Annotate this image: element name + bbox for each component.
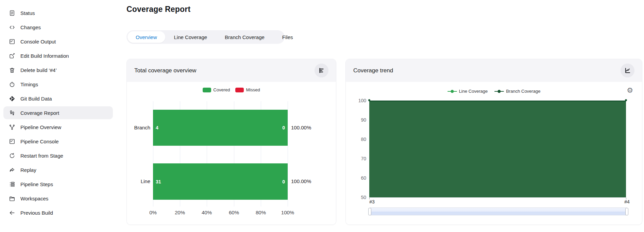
document-icon xyxy=(8,9,16,17)
x-tick-label: #4 xyxy=(620,199,634,204)
terminal-icon xyxy=(8,138,16,145)
total-coverage-chart: Covered Missed Branch 4 0 100.00% xyxy=(127,82,336,225)
tab-overview[interactable]: Overview xyxy=(128,31,165,43)
datazoom-right-handle[interactable] xyxy=(625,208,628,215)
total-coverage-card-header: Total coverage overview xyxy=(127,59,336,82)
git-icon xyxy=(8,95,16,102)
legend-label: Missed xyxy=(246,87,260,92)
branch-coverage-marker xyxy=(494,90,504,93)
x-tick-label: 60% xyxy=(224,210,244,215)
sidebar-item-label: Pipeline Overview xyxy=(20,124,61,130)
line-coverage-marker xyxy=(447,90,457,93)
sidebar-item-label: Replay xyxy=(20,167,36,173)
legend-label: Line Coverage xyxy=(459,89,488,94)
sidebar-item-edit-build-information[interactable]: Edit Build Information xyxy=(0,49,119,63)
x-tick-label: 40% xyxy=(197,210,217,215)
sidebar-item-git-build-data[interactable]: Git Build Data xyxy=(0,91,119,106)
sidebar-item-delete-build[interactable]: Delete build ‘#4’ xyxy=(0,63,119,77)
page-title: Coverage Report xyxy=(126,5,190,14)
coverage-trend-card-header: Coverage trend xyxy=(346,59,642,82)
x-tick-label: 100% xyxy=(277,210,298,215)
bar-chart-icon xyxy=(318,67,325,74)
sidebar-item-pipeline-steps[interactable]: Pipeline Steps xyxy=(0,177,119,191)
tab-branch-coverage[interactable]: Branch Coverage xyxy=(216,31,273,43)
code-icon xyxy=(8,23,16,31)
card-title: Total coverage overview xyxy=(134,67,196,74)
legend-item-missed[interactable]: Missed xyxy=(235,87,260,92)
footsteps-icon xyxy=(8,109,16,117)
sidebar-item-previous-build[interactable]: Previous Build xyxy=(0,206,119,220)
replay-icon xyxy=(8,166,16,174)
sidebar-item-console-output[interactable]: Console Output xyxy=(0,34,119,49)
tab-bar: Overview Line Coverage Branch Coverage F… xyxy=(126,30,285,44)
coverage-area-series xyxy=(369,101,626,197)
edit-icon xyxy=(8,52,16,59)
y-tick-label: 80 xyxy=(349,137,366,142)
line-covered-value: 31 xyxy=(156,179,161,184)
sidebar-item-label: Changes xyxy=(20,24,41,30)
legend-item-line-coverage[interactable]: Line Coverage xyxy=(447,89,488,94)
gear-icon[interactable]: ⚙ xyxy=(627,87,633,94)
y-tick-label: 60 xyxy=(349,175,366,181)
terminal-icon xyxy=(8,38,16,45)
folder-icon xyxy=(8,195,16,202)
branch-percent-label: 100.00% xyxy=(291,125,311,130)
missed-swatch xyxy=(235,88,244,92)
y-tick-label: 50 xyxy=(349,195,366,200)
tab-line-coverage[interactable]: Line Coverage xyxy=(165,31,216,43)
sidebar-item-timings[interactable]: Timings xyxy=(0,77,119,91)
branch-covered-bar: 4 0 xyxy=(153,110,288,146)
legend-label: Branch Coverage xyxy=(506,89,540,94)
line-chart-button[interactable] xyxy=(621,64,634,77)
sidebar-item-pipeline-overview[interactable]: Pipeline Overview xyxy=(0,120,119,134)
tab-files[interactable]: Files xyxy=(273,31,302,43)
x-tick-label: 0% xyxy=(143,210,163,215)
sidebar-item-changes[interactable]: Changes xyxy=(0,20,119,34)
data-point xyxy=(625,99,627,101)
sidebar-item-label: Coverage Report xyxy=(20,110,59,116)
y-tick-label: 70 xyxy=(349,156,366,161)
arrow-left-icon xyxy=(8,209,16,216)
branch-covered-value: 4 xyxy=(156,125,158,130)
datazoom-left-handle[interactable] xyxy=(368,208,371,215)
restart-icon xyxy=(8,152,16,159)
sidebar-item-pipeline-console[interactable]: Pipeline Console xyxy=(0,134,119,148)
datazoom-slider[interactable] xyxy=(370,208,627,215)
sidebar-item-label: Status xyxy=(20,10,35,16)
legend-item-branch-coverage[interactable]: Branch Coverage xyxy=(494,89,540,94)
x-tick-label: #3 xyxy=(365,199,379,204)
bar-chart-button[interactable] xyxy=(315,64,328,77)
sidebar-item-label: Pipeline Console xyxy=(20,139,59,144)
sidebar-item-label: Timings xyxy=(20,82,38,87)
sidebar-item-coverage-report[interactable]: Coverage Report xyxy=(0,106,119,120)
sidebar-item-restart-from-stage[interactable]: Restart from Stage xyxy=(0,148,119,163)
x-axis-line xyxy=(369,197,626,198)
x-tick-label: 20% xyxy=(170,210,190,215)
trash-icon xyxy=(8,66,16,74)
trend-plot-area xyxy=(369,101,626,197)
sidebar-item-label: Delete build ‘#4’ xyxy=(20,67,57,73)
sidebar-item-status[interactable]: Status xyxy=(0,6,119,20)
category-label-branch: Branch xyxy=(129,125,150,130)
gridline xyxy=(288,101,288,207)
sidebar-item-label: Git Build Data xyxy=(20,96,52,102)
sidebar-item-label: Restart from Stage xyxy=(20,153,63,159)
steps-icon xyxy=(8,180,16,188)
category-label-line: Line xyxy=(129,178,150,184)
branch-icon xyxy=(8,123,16,131)
sidebar-item-label: Console Output xyxy=(20,39,56,44)
covered-swatch xyxy=(203,88,211,92)
legend-label: Covered xyxy=(213,87,230,92)
y-tick-label: 90 xyxy=(349,117,366,123)
bar-chart-legend: Covered Missed xyxy=(127,87,336,92)
sidebar-item-workspaces[interactable]: Workspaces xyxy=(0,191,119,206)
legend-item-covered[interactable]: Covered xyxy=(203,87,230,92)
sidebar-item-label: Pipeline Steps xyxy=(20,181,53,187)
coverage-report-page: Status Changes Console Output Edit Build… xyxy=(0,0,644,232)
sidebar-item-label: Previous Build xyxy=(20,210,53,216)
stopwatch-icon xyxy=(8,81,16,88)
coverage-trend-chart: Line Coverage Branch Coverage ⚙ 100 90 8… xyxy=(346,82,642,225)
sidebar-item-replay[interactable]: Replay xyxy=(0,163,119,177)
line-percent-label: 100.00% xyxy=(291,178,311,184)
total-coverage-card: Total coverage overview Covered Missed xyxy=(126,59,336,225)
